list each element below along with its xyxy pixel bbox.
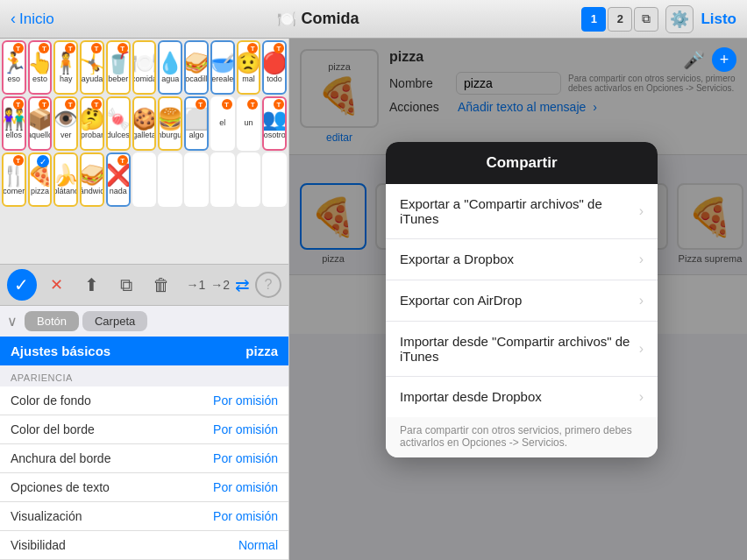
copy-button[interactable]: ⧉: [111, 269, 141, 301]
settings-button[interactable]: ⚙️: [665, 5, 694, 33]
settings-row[interactable]: Opciones de texto Por omisión: [0, 473, 288, 502]
symbol-cell[interactable]: [237, 152, 261, 207]
symbol-cell[interactable]: T❌nada: [106, 152, 131, 207]
symbol-cell[interactable]: 🥪bocadillo: [184, 40, 209, 95]
title-icon: 🍽️: [277, 10, 296, 29]
symbol-label: plátano: [53, 188, 78, 196]
symbol-cell[interactable]: 🥪sándwich: [80, 152, 104, 207]
check-button[interactable]: ✓: [7, 269, 37, 301]
share-menu-item[interactable]: Exportar a Dropbox ›: [386, 239, 658, 280]
symbol-cell[interactable]: ✓🍕pizza: [28, 152, 53, 207]
arrow2-label[interactable]: →2: [210, 278, 230, 292]
symbol-cell[interactable]: Tun: [237, 96, 261, 151]
settings-row[interactable]: Color del borde Por omisión: [0, 415, 288, 444]
symbol-cell[interactable]: T👥vosotros: [262, 96, 287, 151]
settings-section-title: APARIENCIA: [0, 365, 288, 386]
symbol-icon: 🏃: [2, 51, 26, 75]
collapse-button[interactable]: ∨: [7, 313, 18, 330]
symbol-cell[interactable]: [158, 152, 182, 207]
add-button[interactable]: +: [712, 47, 736, 72]
settings-row-label: Color del borde: [11, 422, 95, 436]
help-button[interactable]: ?: [255, 272, 281, 298]
import-button[interactable]: ⬆: [76, 269, 106, 301]
symbol-icon: 🤔: [80, 107, 104, 131]
symbol-cell[interactable]: [210, 152, 235, 207]
symbol-label: todo: [267, 75, 282, 84]
symbol-cell[interactable]: T🍴comer: [2, 152, 26, 207]
settings-row[interactable]: Visibilidad Normal: [0, 531, 288, 560]
page-1-button[interactable]: 1: [581, 7, 606, 32]
share-item-arrow: ›: [639, 293, 644, 308]
settings-panel: Ajustes básicos pizza APARIENCIA Color d…: [0, 337, 288, 560]
main-content: T🏃esoT👆estoT🧍hayT🤸ayudaT🥤beber🍽️comida💧a…: [0, 39, 747, 560]
page-2-button[interactable]: 2: [608, 7, 632, 32]
t-badge: T: [13, 43, 24, 53]
symbol-cell[interactable]: 💧agua: [158, 40, 182, 95]
page-copy-button[interactable]: ⧉: [634, 7, 658, 32]
symbol-cell[interactable]: T🥤beber: [106, 40, 131, 95]
share-header: Compartir: [386, 142, 658, 184]
symbol-icon: 😟: [237, 51, 261, 75]
x-button[interactable]: ✕: [42, 269, 72, 301]
symbol-cell[interactable]: 🍔hamburguesa: [158, 96, 182, 151]
symbol-cell[interactable]: 🥣cereales: [210, 40, 235, 95]
symbol-cell[interactable]: T👫ellos: [2, 96, 26, 151]
share-menu-item[interactable]: Importar desde Dropbox ›: [386, 377, 658, 417]
arrow1-label[interactable]: →1: [186, 278, 205, 292]
symbol-cell[interactable]: T🤔probar: [80, 96, 104, 151]
symbol-cell[interactable]: T👆esto: [28, 40, 53, 95]
symbol-cell[interactable]: [262, 152, 287, 207]
back-button[interactable]: Inicio: [19, 11, 54, 28]
symbol-label: ayuda: [82, 75, 103, 84]
symbol-label: pizza: [31, 188, 49, 196]
settings-rows: Color de fondo Por omisión Color del bor…: [0, 386, 288, 560]
symbol-cell[interactable]: T🧍hay: [53, 40, 78, 95]
share-menu-item[interactable]: Importar desde "Compartir archivos" de i…: [386, 322, 658, 377]
symbol-cell[interactable]: T⬜algo: [184, 96, 209, 151]
settings-row[interactable]: Color de fondo Por omisión: [0, 386, 288, 415]
symbol-icon: 🍬: [106, 107, 131, 131]
symbol-cell[interactable]: T🔴todo: [262, 40, 287, 95]
symbol-label: algo: [189, 131, 203, 140]
settings-row[interactable]: Anchura del borde Por omisión: [0, 444, 288, 473]
filter-boton[interactable]: Botón: [25, 311, 79, 331]
page-title: Comida: [302, 10, 359, 28]
mic-button[interactable]: 🎤: [683, 49, 705, 70]
share-menu-item[interactable]: Exportar a "Compartir archivos" de iTune…: [386, 184, 658, 239]
symbol-icon: 🍪: [132, 107, 157, 131]
symbol-label: el: [219, 119, 225, 128]
symbol-icon: 📦: [28, 107, 53, 131]
symbol-label: probar: [81, 131, 103, 140]
filter-bar: ∨ Botón Carpeta: [0, 306, 288, 337]
symbol-cell[interactable]: 🍬dulces: [106, 96, 131, 151]
symbol-label: un: [244, 119, 253, 128]
symbol-cell[interactable]: [132, 152, 157, 207]
page-indicators: 1 2 ⧉: [581, 7, 658, 32]
settings-row-label: Visualización: [11, 509, 82, 523]
share-menu-item[interactable]: Exportar con AirDrop ›: [386, 280, 658, 322]
symbol-cell[interactable]: 🍌plátano: [53, 152, 78, 207]
symbol-cell[interactable]: [184, 152, 209, 207]
symbol-cell[interactable]: T👁️ver: [53, 96, 78, 151]
share-panel: Compartir Exportar a "Compartir archivos…: [386, 142, 658, 457]
symbol-label: galleta: [132, 131, 156, 140]
symbol-cell[interactable]: T📦aquello: [28, 96, 53, 151]
symbol-cell[interactable]: 🍪galleta: [132, 96, 157, 151]
symbol-cell[interactable]: T🤸ayuda: [80, 40, 104, 95]
symbol-cell[interactable]: 🍽️comida: [132, 40, 157, 95]
symbol-icon: 👆: [28, 51, 53, 75]
share-overlay[interactable]: Compartir Exportar a "Compartir archivos…: [289, 39, 747, 560]
filter-carpeta[interactable]: Carpeta: [82, 311, 147, 331]
symbol-cell[interactable]: T🏃eso: [2, 40, 26, 95]
symbol-icon: 🥪: [80, 163, 104, 188]
t-badge: T: [117, 155, 128, 166]
settings-row[interactable]: Visualización Por omisión: [0, 502, 288, 531]
settings-header-left: Ajustes básicos: [11, 344, 110, 358]
done-button[interactable]: Listo: [701, 11, 736, 28]
symbol-label: hamburguesa: [158, 131, 182, 140]
symbol-cell[interactable]: T😟mal: [237, 40, 261, 95]
swap-icon[interactable]: ⇄: [235, 274, 250, 295]
share-item-arrow: ›: [639, 389, 644, 405]
delete-button[interactable]: 🗑: [146, 269, 176, 301]
symbol-cell[interactable]: Tel: [210, 96, 235, 151]
